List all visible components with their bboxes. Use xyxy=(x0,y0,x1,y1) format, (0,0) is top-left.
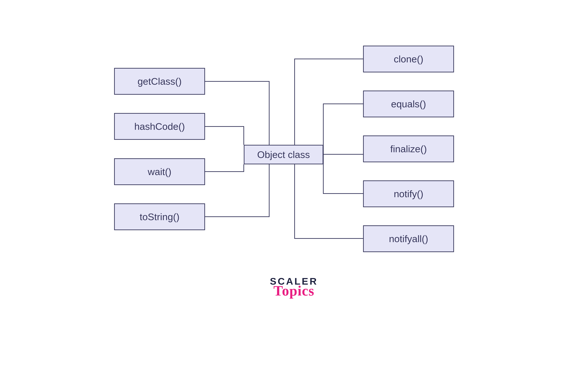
left-node-wait: wait() xyxy=(114,158,205,185)
connector-lines xyxy=(0,0,588,366)
node-label: hashCode() xyxy=(134,121,185,132)
node-label: toString() xyxy=(140,211,179,222)
left-node-tostring: toString() xyxy=(114,203,205,230)
node-label: notifyall() xyxy=(389,233,428,244)
node-label: wait() xyxy=(148,166,171,177)
brand-topics-text: Topics xyxy=(254,284,334,298)
node-label: getClass() xyxy=(138,76,182,87)
right-node-clone: clone() xyxy=(363,46,454,72)
right-node-notify: notify() xyxy=(363,180,454,207)
brand-logo: SCALER Topics xyxy=(254,276,334,298)
right-node-equals: equals() xyxy=(363,91,454,117)
center-node: Object class xyxy=(244,145,323,164)
node-label: equals() xyxy=(391,98,426,110)
node-label: notify() xyxy=(394,188,423,199)
right-node-notifyall: notifyall() xyxy=(363,225,454,252)
center-node-label: Object class xyxy=(257,149,310,160)
right-node-finalize: finalize() xyxy=(363,136,454,162)
left-node-getclass: getClass() xyxy=(114,68,205,95)
left-node-hashcode: hashCode() xyxy=(114,113,205,140)
diagram-canvas: Object class getClass() hashCode() wait(… xyxy=(0,0,588,366)
node-label: finalize() xyxy=(390,143,427,154)
node-label: clone() xyxy=(394,53,423,65)
